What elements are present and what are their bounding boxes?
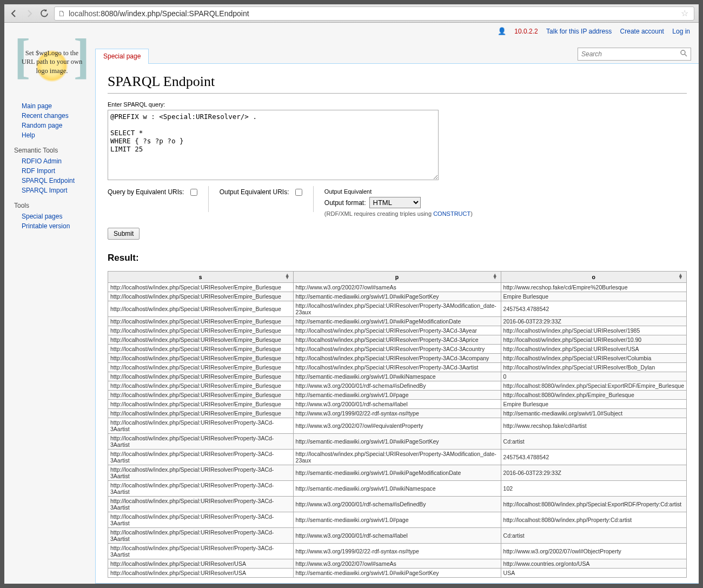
sidebar-heading-tools: Tools <box>14 202 90 209</box>
results-table: s▲▼p▲▼o▲▼ http://localhost/w/index.php/S… <box>108 271 687 578</box>
column-header-p[interactable]: p▲▼ <box>293 272 501 283</box>
construct-link[interactable]: CONSTRUCT <box>433 210 470 217</box>
table-row: http://localhost/w/index.php/Special:URI… <box>108 450 687 465</box>
table-cell: http://www.countries.org/onto/USA <box>501 559 686 569</box>
user-links: 👤 10.0.2.2 Talk for this IP address Crea… <box>498 27 690 35</box>
table-cell: http://localhost/w/index.php/Special:URI… <box>108 569 294 578</box>
sort-icon: ▲▼ <box>285 274 290 279</box>
table-cell: http://localhost/w/index.php/Special:URI… <box>108 400 294 409</box>
table-row: http://localhost/w/index.php/Special:URI… <box>108 372 687 381</box>
table-row: http://localhost/w/index.php/Special:URI… <box>108 292 687 301</box>
sidebar-semtools-sparql-endpoint[interactable]: SPARQL Endpoint <box>22 177 75 184</box>
table-row: http://localhost/w/index.php/Special:URI… <box>108 512 687 528</box>
table-row: http://localhost/w/index.php/Special:URI… <box>108 363 687 372</box>
talk-link[interactable]: Talk for this IP address <box>546 28 612 35</box>
table-cell: http://www.w3.org/2002/07/owl#sameAs <box>293 559 501 569</box>
search-box[interactable] <box>578 48 691 61</box>
table-cell: http://localhost/w/index.php/Special:URI… <box>108 363 294 372</box>
reload-button[interactable] <box>39 8 50 19</box>
sidebar-nav-help[interactable]: Help <box>22 131 35 139</box>
select-output-format[interactable]: HTML <box>369 197 421 208</box>
table-row: http://localhost/w/index.php/Special:URI… <box>108 354 687 363</box>
table-row: http://localhost/w/index.php/Special:URI… <box>108 317 687 326</box>
table-cell: http://localhost:8080/w/index.php/Specia… <box>501 497 686 512</box>
table-cell: http://localhost/w/index.php/Special:URI… <box>108 559 294 569</box>
table-cell: http://localhost/w/index.php/Special:URI… <box>108 381 294 391</box>
sidebar-nav-random-page[interactable]: Random page <box>22 122 62 129</box>
tab-special-page[interactable]: Special page <box>95 49 149 64</box>
search-icon[interactable] <box>677 50 691 58</box>
table-cell: http://localhost/w/index.php/Special:URI… <box>108 391 294 400</box>
sort-icon: ▲▼ <box>493 274 498 279</box>
table-row: http://localhost/w/index.php/Special:URI… <box>108 434 687 450</box>
label-output-equiv: Output Equivalent URIs: <box>220 188 289 196</box>
ip-link[interactable]: 10.0.2.2 <box>514 28 538 35</box>
back-button[interactable] <box>9 8 19 19</box>
table-cell: http://localhost/w/index.php/Special:URI… <box>108 544 294 559</box>
table-cell: http://www.w3.org/2000/01/rdf-schema#isD… <box>293 497 501 512</box>
table-cell: http://localhost/w/index.php/Special:URI… <box>293 326 501 335</box>
url-bar[interactable]: 🗋 localhost:8080/w/index.php/Special:SPA… <box>54 6 694 21</box>
table-cell: 2016-06-03T23:29:33Z <box>501 317 686 326</box>
table-cell: 102 <box>501 481 686 497</box>
forward-button[interactable] <box>24 8 35 19</box>
table-cell: http://localhost/w/index.php/Special:URI… <box>108 418 294 434</box>
submit-button[interactable]: Submit <box>108 228 140 240</box>
sidebar-heading-semtools: Semantic Tools <box>14 147 90 154</box>
table-cell: http://localhost/w/index.php/Special:URI… <box>108 481 294 497</box>
table-cell: http://semantic-mediawiki.org/swivt/1.0#… <box>293 512 501 528</box>
table-cell: http://localhost/w/index.php/Special:URI… <box>501 363 686 372</box>
table-cell: http://localhost/w/index.php/Special:URI… <box>108 345 294 354</box>
table-row: http://localhost/w/index.php/Special:URI… <box>108 391 687 400</box>
table-row: http://localhost/w/index.php/Special:URI… <box>108 465 687 481</box>
search-input[interactable] <box>578 49 677 60</box>
table-row: http://localhost/w/index.php/Special:URI… <box>108 481 687 497</box>
table-cell: http://www.w3.org/2002/07/owl#equivalent… <box>293 418 501 434</box>
sparql-query-textarea[interactable] <box>108 110 439 180</box>
checkbox-output-equiv[interactable] <box>295 189 302 196</box>
label-query-equiv: Query by Equivalent URIs: <box>108 188 184 196</box>
column-header-o[interactable]: o▲▼ <box>501 272 686 283</box>
table-cell: 2457543.4788542 <box>501 301 686 317</box>
table-row: http://localhost/w/index.php/Special:URI… <box>108 301 687 317</box>
query-label: Enter SPARQL query: <box>108 101 687 108</box>
table-cell: http://www.recshop.fake/cd#artist <box>501 418 686 434</box>
table-cell: http://semantic-mediawiki.org/swivt/1.0#… <box>501 409 686 418</box>
sidebar: [ Set $wgLogo to the URL path to your ow… <box>4 23 95 584</box>
sidebar-tools-printable-version[interactable]: Printable version <box>22 222 70 230</box>
checkbox-query-equiv[interactable] <box>190 189 197 196</box>
sidebar-semtools-rdfio-admin[interactable]: RDFIO Admin <box>22 157 62 165</box>
table-cell: http://localhost:8080/w/index.php/Proper… <box>501 512 686 528</box>
sidebar-nav-recent-changes[interactable]: Recent changes <box>22 112 69 120</box>
table-row: http://localhost/w/index.php/Special:URI… <box>108 528 687 544</box>
table-cell: http://localhost/w/index.php/Special:URI… <box>293 335 501 345</box>
table-cell: http://localhost/w/index.php/Special:URI… <box>108 354 294 363</box>
table-row: http://localhost/w/index.php/Special:URI… <box>108 544 687 559</box>
bookmark-star-icon[interactable]: ☆ <box>679 8 691 18</box>
sidebar-semtools-rdf-import[interactable]: RDF Import <box>22 167 55 175</box>
table-row: http://localhost/w/index.php/Special:URI… <box>108 326 687 335</box>
browser-toolbar: 🗋 localhost:8080/w/index.php/Special:SPA… <box>4 4 699 23</box>
table-cell: http://localhost/w/index.php/Special:URI… <box>108 434 294 450</box>
sidebar-nav-main-page[interactable]: Main page <box>22 102 52 110</box>
table-cell: 0 <box>501 372 686 381</box>
login-link[interactable]: Log in <box>672 28 690 35</box>
table-cell: http://localhost/w/index.php/Special:URI… <box>293 363 501 372</box>
sidebar-tools-special-pages[interactable]: Special pages <box>22 213 62 220</box>
table-cell: http://localhost:8080/w/index.php/Specia… <box>501 381 686 391</box>
table-cell: http://www.w3.org/1999/02/22-rdf-syntax-… <box>293 544 501 559</box>
page-title: SPARQL Endpoint <box>108 74 687 94</box>
table-cell: http://localhost/w/index.php/Special:URI… <box>108 528 294 544</box>
table-cell: http://localhost/w/index.php/Special:URI… <box>108 450 294 465</box>
column-header-s[interactable]: s▲▼ <box>108 272 294 283</box>
table-cell: http://localhost/w/index.php/Special:URI… <box>108 335 294 345</box>
table-cell: http://localhost/w/index.php/Special:URI… <box>108 409 294 418</box>
label-output-format: Output format: <box>324 199 366 207</box>
create-account-link[interactable]: Create account <box>620 28 664 35</box>
table-cell: http://localhost/w/index.php/Special:URI… <box>108 465 294 481</box>
table-cell: http://www.w3.org/2000/01/rdf-schema#lab… <box>293 400 501 409</box>
sidebar-semtools-sparql-import[interactable]: SPARQL Import <box>22 187 68 194</box>
table-cell: http://localhost/w/index.php/Special:URI… <box>293 301 501 317</box>
table-cell: http://semantic-mediawiki.org/swivt/1.0#… <box>293 434 501 450</box>
site-logo[interactable]: [ Set $wgLogo to the URL path to your ow… <box>17 34 87 90</box>
